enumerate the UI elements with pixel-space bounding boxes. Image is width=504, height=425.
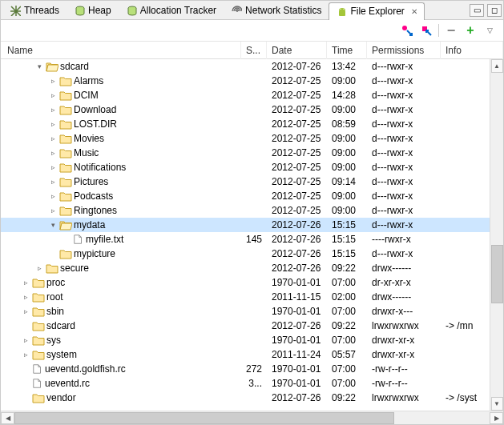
file-name: proc — [46, 277, 65, 288]
table-row[interactable]: ▹ system 2011-11-24 05:57 drwxr-xr-x — [1, 347, 503, 362]
expander-icon[interactable]: ▹ — [48, 119, 58, 129]
folder-icon — [59, 205, 72, 216]
expander-icon[interactable]: ▹ — [34, 263, 44, 273]
folder-icon — [59, 133, 72, 144]
table-row[interactable]: ▹ Ringtones 2012-07-25 09:00 d---rwxr-x — [1, 203, 503, 218]
file-name: Ringtones — [74, 205, 117, 216]
expander-icon[interactable]: ▾ — [48, 220, 58, 230]
scroll-right-button[interactable]: ▶ — [490, 412, 503, 424]
tab-heap[interactable]: Heap — [67, 2, 119, 19]
table-row[interactable]: ▹ sys 1970-01-01 07:00 drwxr-xr-x — [1, 333, 503, 347]
table-row[interactable]: ▹ Movies 2012-07-25 09:00 d---rwxr-x — [1, 131, 503, 146]
expander-icon[interactable]: ▹ — [48, 148, 58, 158]
file-permissions: d---rwxr-x — [367, 61, 441, 72]
table-row[interactable]: ▹ Podcasts 2012-07-25 09:00 d---rwxr-x — [1, 189, 503, 203]
tab-file-explorer[interactable]: File Explorer✕ — [329, 2, 424, 20]
header-info[interactable]: Info — [441, 42, 503, 59]
table-row[interactable]: myfile.txt 145 2012-07-26 15:15 ----rwxr… — [1, 232, 503, 247]
table-row[interactable]: ueventd.goldfish.rc 272 1970-01-01 07:00… — [1, 362, 503, 376]
view-menu-button[interactable]: ▽ — [482, 23, 497, 38]
expander-icon[interactable]: ▹ — [48, 134, 58, 143]
header-date[interactable]: Date — [267, 42, 327, 59]
file-time: 14:28 — [327, 90, 367, 101]
table-row[interactable]: ▹ DCIM 2012-07-25 14:28 d---rwxr-x — [1, 88, 503, 102]
file-date: 1970-01-01 — [267, 363, 327, 375]
header-name[interactable]: Name — [1, 42, 241, 59]
horizontal-scrollbar[interactable]: ◀ ▶ — [1, 411, 503, 424]
table-row[interactable]: ▹ Music 2012-07-25 09:00 d---rwxr-x — [1, 146, 503, 160]
table-row[interactable]: ▹ LOST.DIR 2012-07-25 08:59 d---rwxr-x — [1, 117, 503, 131]
expander-icon[interactable]: ▾ — [34, 62, 44, 71]
file-date: 2011-11-15 — [267, 291, 327, 303]
table-row[interactable]: ▾ mydata 2012-07-26 15:15 d---rwxr-x — [1, 218, 503, 232]
header-size[interactable]: S... — [241, 42, 267, 59]
folder-open-icon — [46, 61, 58, 72]
table-row[interactable]: ▹ secure 2012-07-26 09:22 drwx------ — [1, 261, 503, 275]
delete-button[interactable]: − — [444, 23, 458, 38]
table-row[interactable]: sdcard 2012-07-26 09:22 lrwxrwxrwx -> /m… — [1, 319, 503, 333]
table-row[interactable]: ▹ Download 2012-07-25 09:00 d---rwxr-x — [1, 102, 503, 117]
header-time[interactable]: Time — [327, 42, 367, 59]
header-permissions[interactable]: Permissions — [367, 42, 441, 59]
tab-allocation-tracker[interactable]: Allocation Tracker — [119, 2, 224, 19]
file-icon — [32, 363, 43, 375]
table-row[interactable]: ▹ proc 1970-01-01 07:00 dr-xr-xr-x — [1, 275, 503, 290]
expander-icon[interactable]: ▹ — [21, 278, 30, 287]
file-time: 09:00 — [327, 205, 367, 216]
scroll-thumb[interactable] — [491, 245, 503, 303]
expander-icon[interactable]: ▹ — [48, 105, 58, 114]
file-time: 15:15 — [327, 248, 367, 259]
folder-icon — [59, 104, 72, 115]
tab-network-statistics[interactable]: Network Statistics — [224, 2, 329, 19]
table-row[interactable]: ueventd.rc 3... 1970-01-01 07:00 -rw-r--… — [1, 376, 503, 391]
file-permissions: d---rwxr-x — [367, 176, 441, 187]
expander-icon[interactable]: ▹ — [48, 177, 58, 186]
table-row[interactable]: ▹ sbin 1970-01-01 07:00 drwxr-x--- — [1, 304, 503, 319]
file-permissions: lrwxrwxrwx — [367, 320, 441, 331]
pull-file-button[interactable] — [400, 23, 414, 38]
table-row[interactable]: ▹ Alarms 2012-07-25 09:00 d---rwxr-x — [1, 74, 503, 88]
expander-icon[interactable]: ▹ — [48, 76, 58, 86]
close-icon[interactable]: ✕ — [411, 7, 417, 16]
tab-threads[interactable]: Threads — [2, 2, 67, 19]
table-row[interactable]: mypicture 2012-07-26 15:15 d---rwxr-x — [1, 247, 503, 261]
file-date: 1970-01-01 — [267, 277, 327, 288]
scroll-left-button[interactable]: ◀ — [1, 412, 14, 424]
expander-icon[interactable]: ▹ — [48, 206, 58, 215]
file-time: 09:00 — [327, 190, 367, 202]
vertical-scrollbar[interactable]: ▲ ▼ — [490, 59, 503, 411]
expander-icon[interactable]: ▹ — [21, 292, 30, 302]
scroll-up-button[interactable]: ▲ — [491, 59, 503, 73]
file-icon — [32, 378, 43, 389]
file-date: 2012-07-25 — [267, 75, 327, 86]
file-date: 2012-07-25 — [267, 90, 327, 101]
table-row[interactable]: ▾ sdcard 2012-07-26 13:42 d---rwxr-x — [1, 59, 503, 74]
minimize-button[interactable]: ▭ — [470, 4, 484, 17]
file-permissions: -rw-r--r-- — [367, 363, 441, 375]
file-tree: ▾ sdcard 2012-07-26 13:42 d---rwxr-x ▹ A… — [1, 59, 503, 411]
table-row[interactable]: ▹ root 2011-11-15 02:00 drwx------ — [1, 290, 503, 304]
expander-icon — [48, 249, 58, 259]
folder-icon — [32, 291, 45, 303]
table-row[interactable]: vendor 2012-07-26 09:22 lrwxrwxrwx -> /s… — [1, 391, 503, 405]
expander-icon[interactable]: ▹ — [48, 162, 58, 172]
folder-icon — [59, 176, 72, 187]
scroll-down-button[interactable]: ▼ — [491, 397, 503, 411]
scroll-thumb-h[interactable] — [14, 412, 394, 424]
file-name: Notifications — [74, 162, 126, 173]
expander-icon[interactable]: ▹ — [21, 307, 30, 316]
file-permissions: dr-xr-xr-x — [367, 277, 441, 288]
table-row[interactable]: ▹ Pictures 2012-07-25 09:14 d---rwxr-x — [1, 174, 503, 189]
push-file-button[interactable] — [419, 23, 433, 38]
expander-icon[interactable]: ▹ — [48, 90, 58, 100]
file-date: 2012-07-25 — [267, 162, 327, 173]
maximize-button[interactable]: ◻ — [487, 4, 502, 17]
expander-icon[interactable]: ▹ — [21, 350, 30, 359]
table-row[interactable]: ▹ Notifications 2012-07-25 09:00 d---rwx… — [1, 160, 503, 174]
expander-icon — [21, 379, 30, 388]
expander-icon[interactable]: ▹ — [21, 335, 30, 345]
file-time: 09:14 — [327, 176, 367, 187]
add-button[interactable]: + — [463, 23, 478, 38]
expander-icon[interactable]: ▹ — [48, 191, 58, 201]
android-icon — [336, 6, 347, 17]
